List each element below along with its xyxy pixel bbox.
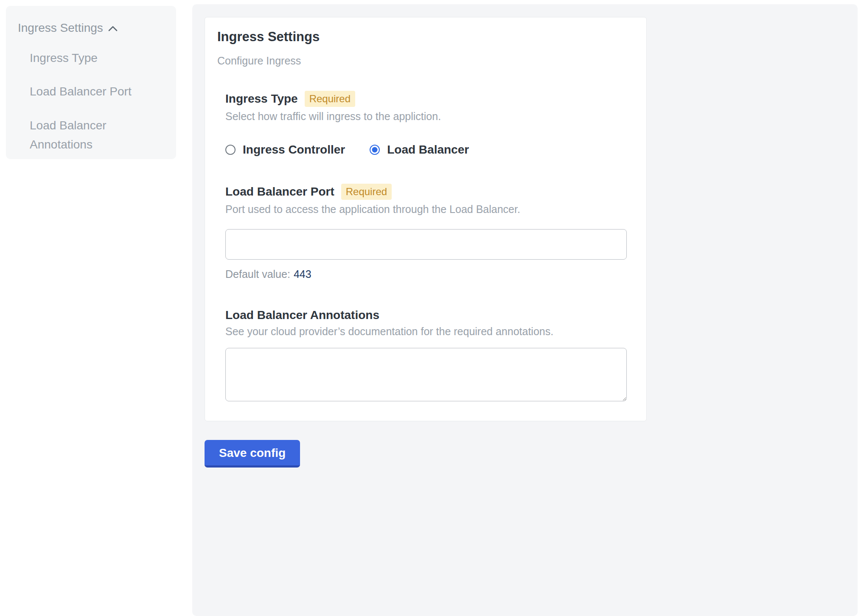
page-subtitle: Configure Ingress	[217, 55, 634, 67]
field-label: Load Balancer Port	[225, 185, 334, 199]
field-label: Load Balancer Annotations	[225, 308, 379, 322]
default-value-prefix: Default value:	[225, 268, 290, 280]
field-ingress-type: Ingress Type Required Select how traffic…	[225, 91, 634, 157]
required-badge: Required	[305, 91, 355, 107]
field-help-text: Port used to access the application thro…	[225, 203, 634, 216]
field-label: Ingress Type	[225, 92, 298, 106]
radio-load-balancer[interactable]: Load Balancer	[370, 143, 469, 157]
field-help-text: See your cloud provider’s documentation …	[225, 325, 634, 338]
field-load-balancer-port: Load Balancer Port Required Port used to…	[225, 184, 634, 280]
sidebar-group-ingress-settings[interactable]: Ingress Settings	[18, 21, 163, 35]
radio-icon-selected[interactable]	[370, 145, 380, 155]
page-title: Ingress Settings	[217, 29, 634, 45]
field-heading: Load Balancer Annotations	[225, 308, 634, 322]
config-panel: Ingress Settings Configure Ingress Ingre…	[192, 4, 858, 616]
ingress-settings-card: Ingress Settings Configure Ingress Ingre…	[205, 17, 647, 421]
radio-ingress-controller[interactable]: Ingress Controller	[225, 143, 345, 157]
sidebar-item-load-balancer-annotations[interactable]: Load Balancer Annotations	[30, 116, 157, 154]
sidebar-item-list: Ingress Type Load Balancer Port Load Bal…	[30, 48, 163, 154]
sidebar-item-load-balancer-port[interactable]: Load Balancer Port	[30, 82, 157, 101]
required-badge: Required	[341, 184, 392, 200]
default-value-line: Default value:443	[225, 268, 634, 280]
app-screen: Ingress Settings Ingress Type Load Balan…	[0, 0, 864, 616]
radio-label: Ingress Controller	[243, 143, 345, 157]
settings-sidebar: Ingress Settings Ingress Type Load Balan…	[6, 6, 176, 159]
chevron-up-icon	[108, 25, 118, 31]
field-heading: Load Balancer Port Required	[225, 184, 634, 200]
save-config-button[interactable]: Save config	[205, 440, 300, 468]
radio-label: Load Balancer	[387, 143, 469, 157]
default-value: 443	[294, 268, 311, 280]
load-balancer-annotations-textarea[interactable]	[225, 348, 627, 401]
field-help-text: Select how traffic will ingress to the a…	[225, 110, 634, 123]
field-heading: Ingress Type Required	[225, 91, 634, 107]
radio-icon[interactable]	[225, 145, 236, 155]
sidebar-group-label: Ingress Settings	[18, 21, 103, 35]
load-balancer-port-input[interactable]	[225, 229, 627, 260]
field-load-balancer-annotations: Load Balancer Annotations See your cloud…	[225, 308, 634, 401]
sidebar-item-ingress-type[interactable]: Ingress Type	[30, 48, 157, 67]
ingress-type-options: Ingress Controller Load Balancer	[225, 143, 634, 157]
